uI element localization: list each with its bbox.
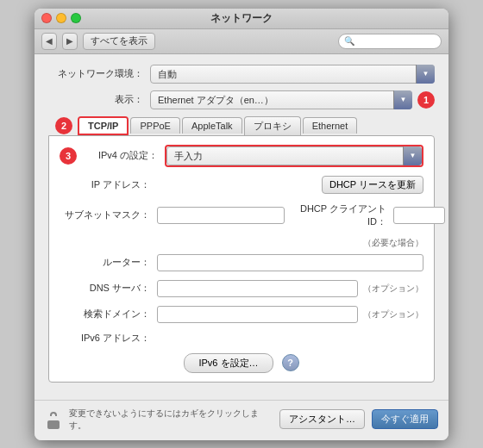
- required-note: （必要な場合）: [363, 237, 423, 249]
- dns-optional: （オプション）: [363, 283, 423, 295]
- titlebar: ネットワーク: [34, 9, 448, 29]
- ipv4-label: IPv4 の設定：: [80, 149, 158, 162]
- display-label: 表示：: [48, 93, 143, 106]
- ipv6-label: IPv6 アドレス：: [60, 332, 150, 345]
- search-domain-optional: （オプション）: [363, 308, 423, 320]
- network-env-select[interactable]: 自動: [150, 65, 435, 84]
- toolbar: ◀ ▶ すべてを表示 🔍: [34, 29, 448, 54]
- tabs-row: 2 TCP/IP PPPoE AppleTalk プロキシ Ethernet: [55, 116, 435, 135]
- tab-tcpip[interactable]: TCP/IP: [79, 118, 127, 134]
- network-window: ネットワーク ◀ ▶ すべてを表示 🔍 ネットワーク環境： 自動 表示：: [34, 9, 448, 440]
- close-button[interactable]: [41, 13, 52, 23]
- display-row: 表示： Ethernet アダプタ（en…） 1: [48, 90, 435, 109]
- forward-icon: ▶: [66, 36, 73, 46]
- search-domain-row: 検索ドメイン： （オプション）: [60, 306, 423, 323]
- network-env-row: ネットワーク環境： 自動: [48, 65, 435, 84]
- maximize-button[interactable]: [71, 13, 81, 23]
- dns-label: DNS サーバ：: [60, 282, 150, 295]
- back-button[interactable]: ◀: [41, 33, 57, 50]
- minimize-button[interactable]: [56, 13, 66, 23]
- annotation-3: 3: [60, 147, 77, 165]
- subnet-label: サブネットマスク：: [60, 208, 150, 221]
- search-domain-label: 検索ドメイン：: [60, 308, 150, 320]
- assistant-button[interactable]: アシスタント…: [279, 409, 365, 429]
- tabs-section: 2 TCP/IP PPPoE AppleTalk プロキシ Ethernet 3…: [48, 116, 435, 383]
- lock-text: 変更できないようにするにはカギをクリックします。: [69, 408, 273, 432]
- dhcp-client-input[interactable]: [393, 207, 445, 224]
- apply-button[interactable]: 今すぐ適用: [372, 409, 438, 429]
- bottom-bar: 変更できないようにするにはカギをクリックします。 アシスタント… 今すぐ適用: [34, 400, 448, 440]
- tab-appletalk[interactable]: AppleTalk: [182, 117, 242, 134]
- search-box[interactable]: 🔍: [338, 34, 442, 49]
- router-input[interactable]: [157, 254, 423, 271]
- tab-panel: 3 IPv4 の設定： 手入力 IP アドレス： DHCP リースを更新: [48, 135, 435, 383]
- annotation-1: 1: [417, 91, 435, 109]
- display-select[interactable]: Ethernet アダプタ（en…）: [150, 90, 412, 109]
- forward-button[interactable]: ▶: [62, 33, 78, 50]
- lock-icon[interactable]: [45, 410, 62, 429]
- dns-row: DNS サーバ： （オプション）: [60, 280, 423, 297]
- tab-pppoe[interactable]: PPPoE: [130, 117, 179, 134]
- network-env-select-wrap: 自動: [150, 65, 435, 84]
- lock-body: [47, 420, 60, 428]
- back-icon: ◀: [46, 36, 53, 46]
- ipv4-row: 3 IPv4 の設定： 手入力: [60, 145, 423, 167]
- subnet-row: サブネットマスク： DHCP クライアント ID：: [60, 202, 423, 228]
- traffic-lights: [41, 13, 81, 23]
- subnet-input[interactable]: [157, 207, 285, 224]
- ip-label: IP アドレス：: [60, 178, 150, 191]
- show-all-button[interactable]: すべてを表示: [83, 33, 155, 50]
- ipv4-select-wrap: 手入力: [165, 145, 423, 167]
- window-title: ネットワーク: [210, 11, 273, 26]
- lock-shackle: [50, 412, 57, 417]
- ipv6-btn-row: IPv6 を設定… ?: [60, 353, 423, 373]
- ip-row: IP アドレス： DHCP リースを更新: [60, 176, 423, 194]
- dhcp-client-label: DHCP クライアント ID：: [292, 202, 386, 228]
- router-label: ルーター：: [60, 256, 150, 269]
- dns-input[interactable]: [157, 280, 358, 297]
- ipv4-select[interactable]: 手入力: [166, 146, 422, 165]
- display-select-wrap: Ethernet アダプタ（en…）: [150, 90, 412, 109]
- annotation-2: 2: [55, 117, 72, 134]
- network-env-label: ネットワーク環境：: [48, 67, 143, 80]
- content-area: ネットワーク環境： 自動 表示： Ethernet アダプタ（en…） 1 2: [34, 54, 448, 400]
- tab-proxy[interactable]: プロキシ: [244, 116, 301, 135]
- ipv6-address-row: IPv6 アドレス：: [60, 332, 423, 345]
- help-button[interactable]: ?: [282, 354, 299, 371]
- dhcp-renew-button[interactable]: DHCP リースを更新: [322, 176, 423, 194]
- ipv6-configure-button[interactable]: IPv6 を設定…: [184, 353, 273, 373]
- tab-ethernet[interactable]: Ethernet: [303, 117, 358, 134]
- search-domain-input[interactable]: [157, 306, 358, 323]
- router-row: ルーター：: [60, 254, 423, 271]
- search-icon: 🔍: [344, 36, 354, 46]
